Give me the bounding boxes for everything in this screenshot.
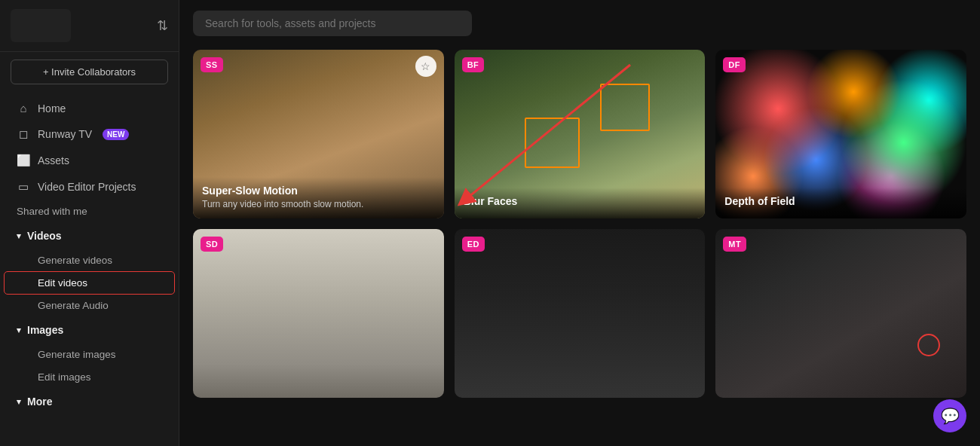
edit-videos-label: Edit videos — [38, 277, 87, 289]
sidebar-item-home[interactable]: ⌂ Home — [5, 96, 174, 121]
card-badge-sd: SD — [201, 237, 223, 252]
sidebar-nav: ⌂ Home ◻ Runway TV NEW ⬜ Assets ▭ Video … — [0, 92, 179, 446]
sidebar-top: ⇅ — [0, 0, 179, 52]
video-icon: ▭ — [17, 180, 30, 194]
tv-icon: ◻ — [17, 127, 30, 141]
sidebar-section-more[interactable]: ▾ More — [5, 389, 174, 414]
sidebar-item-assets[interactable]: ⬜ Assets — [5, 148, 174, 173]
new-badge: NEW — [103, 129, 129, 140]
card-sd[interactable]: SD — [193, 229, 444, 398]
card-mt[interactable]: MT — [715, 229, 966, 398]
card-info-df: Depth of Field — [715, 188, 966, 218]
chevron-down-icon: ▾ — [17, 231, 21, 241]
card-title-df: Depth of Field — [724, 195, 957, 207]
home-icon: ⌂ — [17, 102, 30, 115]
card-depth-of-field[interactable]: DF Depth of Field — [715, 50, 966, 218]
invite-collaborators-button[interactable]: + Invite Collaborators — [11, 60, 168, 84]
main-content: SS ☆ Super-Slow Motion Turn any video in… — [179, 0, 980, 446]
sidebar-item-generate-images[interactable]: Generate images — [5, 344, 174, 365]
chat-button[interactable]: 💬 — [933, 399, 966, 432]
cards-container: SS ☆ Super-Slow Motion Turn any video in… — [193, 50, 966, 398]
more-section-label: More — [27, 396, 52, 408]
card-blur-faces[interactable]: BF Blur Faces — [455, 50, 706, 218]
card-badge-ss: SS — [201, 57, 223, 72]
sidebar: ⇅ + Invite Collaborators ⌂ Home ◻ Runway… — [0, 0, 179, 446]
card-super-slow-motion[interactable]: SS ☆ Super-Slow Motion Turn any video in… — [193, 50, 444, 218]
sidebar-item-generate-videos[interactable]: Generate videos — [5, 249, 174, 271]
workspace-logo — [11, 9, 71, 42]
card-ed[interactable]: ED — [455, 229, 706, 398]
sidebar-item-home-label: Home — [38, 102, 66, 115]
sidebar-item-runway-tv-label: Runway TV — [38, 128, 92, 140]
chevron-right-icon-more: ▾ — [17, 397, 21, 407]
card-title-bf: Blur Faces — [464, 195, 697, 207]
invite-btn-label: + Invite Collaborators — [43, 66, 136, 78]
sidebar-item-edit-images[interactable]: Edit images — [5, 366, 174, 388]
search-input[interactable] — [193, 11, 472, 36]
search-bar-wrapper — [193, 11, 966, 36]
card-title-ss: Super-Slow Motion — [202, 185, 435, 197]
sidebar-item-shared-with-me[interactable]: Shared with me — [5, 200, 174, 222]
sidebar-section-videos[interactable]: ▾ Videos — [5, 224, 174, 248]
sidebar-item-video-editor-projects[interactable]: ▭ Video Editor Projects — [5, 174, 174, 200]
card-badge-ed: ED — [462, 237, 485, 252]
sidebar-item-edit-videos[interactable]: Edit videos — [5, 272, 174, 294]
card-badge-mt: MT — [723, 237, 746, 252]
sidebar-item-generate-audio[interactable]: Generate Audio — [5, 295, 174, 316]
sidebar-item-shared-with-me-label: Shared with me — [17, 206, 87, 217]
chevron-down-icon-images: ▾ — [17, 325, 21, 335]
sidebar-item-assets-label: Assets — [38, 154, 69, 166]
chat-icon: 💬 — [941, 407, 960, 425]
annotation-circle — [917, 334, 940, 356]
sidebar-item-video-editor-projects-label: Video Editor Projects — [38, 181, 136, 193]
card-desc-ss: Turn any video into smooth slow motion. — [202, 199, 435, 209]
videos-section-label: Videos — [27, 230, 62, 242]
generate-videos-label: Generate videos — [38, 255, 112, 266]
folder-icon: ⬜ — [17, 154, 30, 167]
images-section-label: Images — [27, 324, 63, 336]
card-badge-bf: BF — [462, 57, 485, 72]
card-badge-df: DF — [723, 57, 746, 72]
cards-grid: SS ☆ Super-Slow Motion Turn any video in… — [193, 50, 966, 398]
sidebar-item-runway-tv[interactable]: ◻ Runway TV NEW — [5, 121, 174, 147]
face-rect-2 — [600, 84, 651, 131]
card-info-ss: Super-Slow Motion Turn any video into sm… — [193, 177, 444, 218]
generate-audio-label: Generate Audio — [38, 300, 109, 311]
edit-images-label: Edit images — [38, 371, 91, 383]
workspace-switcher[interactable]: ⇅ — [157, 17, 168, 34]
sidebar-section-images[interactable]: ▾ Images — [5, 318, 174, 342]
star-button-ss[interactable]: ☆ — [415, 56, 436, 77]
generate-images-label: Generate images — [38, 349, 116, 360]
face-rect-1 — [525, 118, 580, 168]
card-info-bf: Blur Faces — [455, 188, 706, 218]
